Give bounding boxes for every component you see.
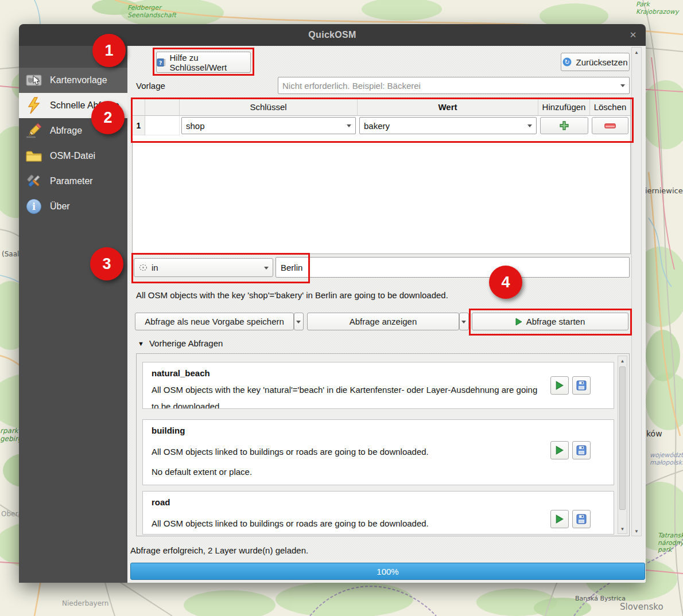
map-label: Feldberger Seenlandschaft xyxy=(127,5,176,19)
save-query-button[interactable] xyxy=(572,441,591,459)
list-item-building[interactable]: building All OSM objects linked to build… xyxy=(142,419,614,485)
play-icon xyxy=(556,514,564,524)
list-item-natural-beach[interactable]: natural_beach All OSM objects with the k… xyxy=(142,362,614,409)
annotation-box-2 xyxy=(131,98,634,143)
save-query-button[interactable] xyxy=(572,376,591,395)
lightning-icon xyxy=(25,97,42,114)
sidebar-item-ueber[interactable]: i Über xyxy=(19,194,127,219)
query-title: road xyxy=(152,497,614,507)
previous-queries-list: natural_beach All OSM objects with the k… xyxy=(136,353,630,536)
collapse-triangle-icon: ▼ xyxy=(138,340,144,347)
query-summary-text: All OSM objects with the key 'shop'='bak… xyxy=(136,290,448,300)
run-saved-query-button[interactable] xyxy=(550,441,569,459)
chevron-down-icon xyxy=(620,84,625,87)
scroll-down-icon[interactable]: ▼ xyxy=(618,524,627,533)
sidebar-item-label: Parameter xyxy=(50,176,93,186)
sidebar-item-parameter[interactable]: Parameter xyxy=(19,169,127,194)
play-icon xyxy=(556,446,564,455)
annotation-box-4 xyxy=(469,309,632,336)
folder-icon xyxy=(25,147,42,165)
annotation-box-1 xyxy=(153,48,254,76)
previous-queries-header: Vorherige Abfragen xyxy=(149,338,223,348)
annotation-badge-1: 1 xyxy=(92,34,126,67)
query-description: All OSM objects with the key 'natural'='… xyxy=(152,385,614,395)
play-icon xyxy=(556,381,564,390)
annotation-badge-3: 3 xyxy=(90,247,123,280)
map-label: Niederbayern xyxy=(62,600,108,608)
map-label: województw małopolskie xyxy=(650,452,683,466)
map-label: Banská Bystrica xyxy=(575,595,626,603)
show-query-label: Abfrage anzeigen xyxy=(350,317,417,326)
sidebar-item-label: Abfrage xyxy=(50,126,82,136)
annotation-badge-4: 4 xyxy=(489,266,522,299)
sidebar-item-label: OSM-Datei xyxy=(50,151,95,161)
run-saved-query-button[interactable] xyxy=(550,510,569,528)
scroll-up-icon[interactable]: ▲ xyxy=(618,356,627,365)
reset-button[interactable]: ↻ Zurücksetzen xyxy=(561,53,630,71)
pencil-icon xyxy=(25,122,42,139)
sidebar-item-label: Über xyxy=(50,201,70,212)
annotation-box-3 xyxy=(131,253,310,283)
template-label: Vorlage xyxy=(136,81,165,91)
template-combobox[interactable] xyxy=(278,77,630,94)
mouse-cursor-icon xyxy=(33,76,40,86)
sidebar-item-label: Kartenvorlage xyxy=(50,75,107,85)
sidebar-item-osm-datei[interactable]: OSM-Datei xyxy=(19,143,127,169)
save-disk-icon xyxy=(576,514,587,524)
progress-bar: 100% xyxy=(130,563,645,580)
save-disk-icon xyxy=(576,380,587,391)
map-label: ków xyxy=(646,429,662,438)
save-query-button[interactable] xyxy=(572,510,591,528)
save-preset-button[interactable]: Abfrage als neue Vorgabe speichern xyxy=(135,313,294,330)
chevron-down-icon xyxy=(461,321,466,323)
query-description: to be downloaded xyxy=(152,401,614,409)
query-title: natural_beach xyxy=(152,368,614,378)
query-description: All OSM objects linked to buildings or r… xyxy=(152,518,614,528)
query-title: building xyxy=(152,426,614,435)
scrollbar-handle[interactable] xyxy=(619,367,626,510)
previous-queries-toggle[interactable]: ▼ Vorherige Abfragen xyxy=(138,338,223,348)
map-label: Tatranský národný park xyxy=(658,532,683,554)
scroll-up-icon[interactable]: ▲ xyxy=(632,48,641,57)
list-item-road[interactable]: road All OSM objects linked to buildings… xyxy=(142,491,614,535)
info-icon: i xyxy=(25,198,42,215)
show-query-dropdown-toggle[interactable] xyxy=(459,313,469,330)
show-query-button[interactable]: Abfrage anzeigen xyxy=(307,313,459,330)
sidebar-item-kartenvorlage[interactable]: Kartenvorlage xyxy=(19,68,127,93)
status-message: Abfrage erfolgreich, 2 Layer wurde(n) ge… xyxy=(130,545,308,555)
save-disk-icon xyxy=(576,445,587,455)
place-input[interactable] xyxy=(275,257,630,278)
progress-label: 100% xyxy=(377,567,398,576)
annotation-badge-2: 2 xyxy=(91,101,125,134)
close-icon[interactable]: ✕ xyxy=(627,29,639,41)
list-scrollbar[interactable]: ▲ ▼ xyxy=(618,356,627,534)
reset-icon: ↻ xyxy=(562,57,572,67)
query-description: All OSM objects linked to buildings or r… xyxy=(152,447,614,457)
query-description: No default extent or place. xyxy=(152,467,614,477)
scroll-down-icon[interactable]: ▼ xyxy=(632,527,641,536)
map-label: Park Krajobrazowy xyxy=(636,1,683,15)
svg-text:↻: ↻ xyxy=(565,59,570,66)
window-title: QuickOSM xyxy=(308,30,356,40)
map-label: Slovensko xyxy=(620,602,663,612)
save-preset-dropdown-toggle[interactable] xyxy=(294,313,304,330)
template-input[interactable] xyxy=(282,78,615,93)
reset-button-label: Zurücksetzen xyxy=(576,57,627,67)
save-preset-label: Abfrage als neue Vorgabe speichern xyxy=(145,317,284,326)
svg-text:i: i xyxy=(32,201,36,212)
tools-icon xyxy=(25,173,42,190)
screen: Feldberger Seenlandschaft Park Krajobraz… xyxy=(0,0,683,616)
run-saved-query-button[interactable] xyxy=(550,376,569,395)
chevron-down-icon xyxy=(296,321,301,323)
